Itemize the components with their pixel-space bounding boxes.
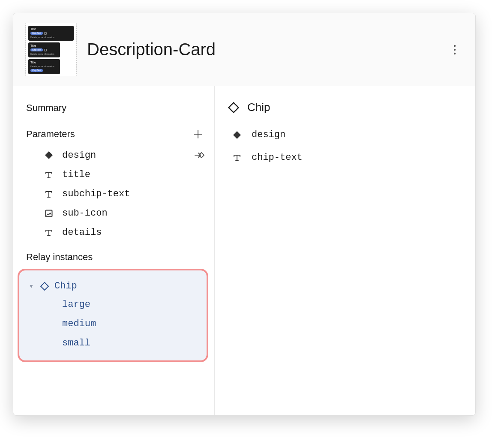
svg-rect-7 [233,131,241,139]
svg-rect-4 [46,210,52,216]
parameters-label: Parameters [26,129,75,140]
thumb-details: Details, more information [30,36,72,39]
text-icon [43,190,54,198]
right-column: Chip design chip-text [215,86,475,415]
relay-variant-item[interactable]: medium [24,314,202,333]
text-icon [43,171,54,179]
relay-instance-name: Chip [54,281,77,291]
summary-link[interactable]: Summary [13,100,214,120]
relay-instance-highlight: ▼ Chip large medium small [18,269,208,362]
parameter-label: design [62,150,186,161]
plus-icon [193,129,203,139]
parameter-label: sub-icon [62,208,205,219]
parameter-label: title [62,169,205,180]
detail-property-label: chip-text [252,152,303,163]
relay-variant-item[interactable]: small [24,333,202,353]
panel-header: Title Chip Text Details, more informatio… [13,13,475,86]
parameter-label: details [62,227,205,238]
detail-property-row[interactable]: design [228,123,462,146]
svg-rect-6 [228,102,238,112]
svg-point-2 [454,52,456,54]
add-parameter-button[interactable] [191,127,205,141]
thumb-title: Title [30,61,58,64]
parameter-row[interactable]: title [13,165,214,184]
thumb-title: Title [30,44,58,47]
expose-property-button[interactable] [194,150,205,161]
panel-body: Summary Parameters design [13,86,475,415]
relay-variant-item[interactable]: large [24,295,202,314]
thumb-chip: Chip Text [30,48,43,51]
more-options-button[interactable] [446,41,463,58]
svg-point-1 [454,48,456,50]
thumb-details: Details, more information [30,65,58,68]
parameter-row[interactable]: subchip-text [13,184,214,204]
instance-icon [231,131,243,139]
thumb-chip: Chip Text [30,32,43,35]
thumb-details: Details, more information [30,53,58,55]
component-title: Description-Card [87,40,436,59]
left-column: Summary Parameters design [13,86,215,415]
parameter-row[interactable]: sub-icon [13,204,214,223]
detail-component-name: Chip [247,101,270,114]
thumb-title: Title [30,27,72,30]
parameter-label: subchip-text [62,189,205,199]
component-thumbnail[interactable]: Title Chip Text Details, more informatio… [25,23,77,76]
image-icon [43,209,54,218]
parameter-row[interactable]: design [13,145,214,165]
detail-property-row[interactable]: chip-text [228,146,462,169]
thumb-chip: Chip Text [30,69,43,72]
more-vertical-icon [453,45,456,55]
svg-rect-3 [45,151,53,159]
parameters-header: Parameters [13,120,214,145]
caret-down-icon: ▼ [29,283,35,289]
thumb-icon [44,32,47,35]
svg-rect-5 [41,282,48,290]
detail-property-label: design [252,129,285,140]
relay-instance-item[interactable]: ▼ Chip [24,277,202,295]
component-outline-icon [40,282,49,291]
text-icon [43,228,54,237]
text-icon [231,153,243,162]
detail-header: Chip [228,98,462,123]
expose-icon [194,150,205,161]
parameter-row[interactable]: details [13,223,214,242]
component-outline-icon [228,102,240,114]
svg-point-0 [454,45,456,46]
thumb-icon [44,49,47,51]
component-panel: Title Chip Text Details, more informatio… [13,13,476,416]
instance-icon [43,151,54,159]
relay-instances-label: Relay instances [13,242,214,269]
